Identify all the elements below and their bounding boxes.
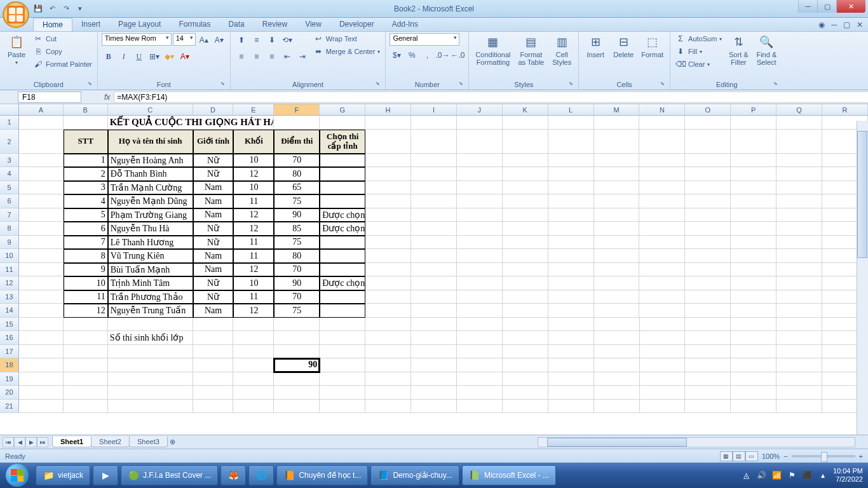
cell[interactable] [365, 318, 411, 332]
cell[interactable] [776, 167, 822, 181]
cell[interactable] [19, 236, 64, 250]
cell[interactable]: Nam [193, 249, 234, 263]
cell[interactable] [731, 304, 776, 318]
cell[interactable] [365, 304, 411, 318]
cell[interactable] [594, 386, 640, 400]
cell[interactable] [320, 263, 365, 277]
cell[interactable] [19, 304, 64, 318]
cell[interactable] [411, 208, 457, 222]
tab-data[interactable]: Data [219, 18, 253, 31]
cell[interactable]: Nữ [193, 236, 234, 250]
cell[interactable] [274, 400, 320, 414]
cell[interactable] [108, 372, 193, 386]
zoom-level[interactable]: 100% [762, 452, 780, 460]
cell[interactable] [193, 331, 234, 345]
cell[interactable] [548, 154, 594, 168]
vertical-scrollbar[interactable] [857, 121, 868, 437]
cell[interactable] [193, 318, 234, 332]
cell[interactable] [731, 276, 776, 290]
cell[interactable]: 6 [64, 222, 108, 236]
cell[interactable] [503, 358, 548, 372]
row-header-13[interactable]: 13 [0, 290, 19, 304]
cell[interactable] [19, 194, 64, 208]
autosum-button[interactable]: ΣAutoSum ▾ [674, 33, 723, 44]
taskbar-item[interactable]: 📗Microsoft Excel - ... [462, 465, 556, 485]
cell[interactable] [274, 386, 320, 400]
col-header-L[interactable]: L [548, 104, 594, 115]
cell[interactable] [411, 222, 457, 236]
paste-button[interactable]: 📋Paste▾ [4, 33, 29, 67]
cell[interactable] [320, 194, 365, 208]
cell[interactable]: 10 [233, 154, 274, 168]
delete-cells-button[interactable]: ⊟Delete [611, 33, 636, 60]
cell[interactable] [365, 130, 411, 154]
cell[interactable] [457, 372, 503, 386]
cell[interactable]: 9 [64, 263, 108, 277]
cell[interactable] [731, 318, 776, 332]
cell[interactable] [457, 386, 503, 400]
cell[interactable] [639, 222, 685, 236]
align-right-button[interactable]: ≡ [265, 50, 279, 64]
cell[interactable] [503, 276, 548, 290]
maximize-button[interactable]: ▢ [817, 0, 836, 13]
cell[interactable] [320, 167, 365, 181]
format-as-table-button[interactable]: ▤Format as Table [515, 33, 546, 67]
cell[interactable] [320, 331, 365, 345]
office-button[interactable] [3, 1, 29, 28]
cell[interactable] [548, 304, 594, 318]
cell[interactable]: 12 [233, 167, 274, 181]
bold-button[interactable]: B [102, 50, 116, 64]
cell[interactable]: 12 [233, 263, 274, 277]
conditional-formatting-button[interactable]: ▦Conditional Formatting [473, 33, 513, 67]
formula-input[interactable]: =MAX(F3:F14) [114, 92, 868, 103]
decrease-decimal-button[interactable]: ←.0 [451, 48, 465, 62]
cell[interactable]: Phạm Trường Giang [108, 208, 193, 222]
cell[interactable] [685, 318, 731, 332]
cut-button[interactable]: ✂Cut [32, 33, 93, 44]
cell[interactable] [503, 154, 548, 168]
cell[interactable]: Nguyễn Mạnh Dũng [108, 194, 193, 208]
cell[interactable] [503, 167, 548, 181]
cell[interactable] [411, 194, 457, 208]
cell[interactable] [457, 154, 503, 168]
row-header-1[interactable]: 1 [0, 116, 19, 130]
cell[interactable]: 2 [64, 167, 108, 181]
cell[interactable] [320, 181, 365, 195]
cell[interactable] [411, 400, 457, 414]
cell[interactable] [503, 208, 548, 222]
cell[interactable] [776, 304, 822, 318]
cell[interactable] [594, 400, 640, 414]
taskbar-item[interactable]: 📁vietjack [36, 465, 90, 485]
cell[interactable] [19, 345, 64, 359]
cell[interactable] [320, 372, 365, 386]
cell[interactable] [274, 331, 320, 345]
col-header-C[interactable]: C [108, 104, 193, 115]
cell[interactable] [685, 154, 731, 168]
col-header-R[interactable]: R [822, 104, 868, 115]
cell[interactable] [64, 400, 108, 414]
cell[interactable] [776, 249, 822, 263]
cell[interactable]: 1 [64, 154, 108, 168]
cell[interactable]: 65 [274, 181, 320, 195]
cell[interactable] [776, 276, 822, 290]
taskbar-item[interactable]: 🦊 [220, 465, 246, 485]
cell[interactable]: 11 [233, 290, 274, 304]
cell[interactable]: Được chọn [320, 208, 365, 222]
underline-button[interactable]: U [132, 50, 146, 64]
cell[interactable] [548, 236, 594, 250]
cell[interactable] [639, 304, 685, 318]
insert-cells-button[interactable]: ⊞Insert [583, 33, 608, 60]
ribbon-close-icon[interactable]: ✕ [857, 20, 863, 29]
col-header-J[interactable]: J [457, 104, 503, 115]
col-header-G[interactable]: G [320, 104, 365, 115]
cell[interactable]: 75 [274, 304, 320, 318]
cell[interactable] [274, 372, 320, 386]
cell[interactable]: Nam [193, 181, 234, 195]
cell[interactable] [548, 331, 594, 345]
cell[interactable] [365, 290, 411, 304]
cell[interactable]: 10 [233, 181, 274, 195]
cell[interactable] [457, 345, 503, 359]
tray-clock[interactable]: 10:04 PM 7/2/2022 [833, 467, 863, 484]
cell[interactable] [731, 400, 776, 414]
horizontal-scrollbar[interactable] [538, 437, 855, 447]
